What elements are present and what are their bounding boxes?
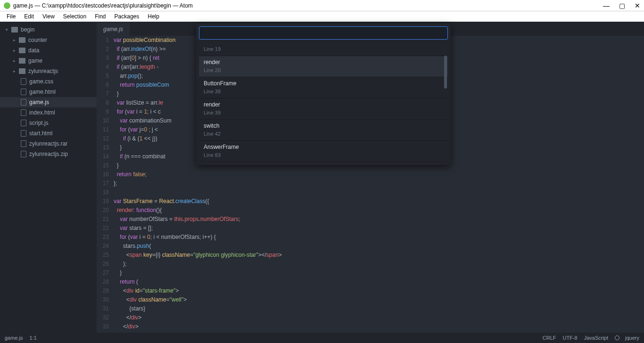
file-icon (21, 78, 26, 85)
palette-input[interactable] (199, 26, 448, 40)
window-title: game.js — C:\xampp\htdocs\testcodes\reac… (13, 2, 193, 9)
menu-selection[interactable]: Selection (59, 12, 90, 21)
palette-item-line: Line 39 (204, 110, 443, 115)
chevron-right-icon: ▸ (13, 69, 18, 74)
maximize-button[interactable]: ▢ (619, 2, 625, 9)
status-eol[interactable]: CRLF (543, 335, 556, 341)
palette-item[interactable]: renderLine 20 (199, 56, 448, 77)
status-branch[interactable]: jquery (625, 335, 639, 341)
file-icon (21, 120, 26, 126)
tree-file[interactable]: zylunreactjs.zip (0, 149, 97, 159)
tree-file[interactable]: game.html (0, 87, 97, 97)
tree-file-selected[interactable]: game.js (0, 97, 97, 107)
palette-item-name: render (204, 101, 443, 108)
palette-item[interactable]: renderLine 39 (199, 98, 448, 120)
status-encoding[interactable]: UTF-8 (563, 335, 578, 341)
tab-active[interactable]: game.js (97, 23, 130, 36)
file-icon (21, 89, 26, 95)
menu-file[interactable]: File (3, 12, 19, 21)
close-button[interactable]: ✕ (635, 2, 640, 9)
folder-icon (19, 37, 25, 43)
app-icon (4, 2, 10, 9)
minimize-button[interactable]: — (603, 2, 610, 9)
palette-list: Line 19renderLine 20ButtonFrameLine 38re… (199, 41, 448, 162)
folder-icon (19, 68, 25, 74)
palette-item-line: Line 38 (204, 89, 443, 94)
menu-bar: File Edit View Selection Find Packages H… (0, 11, 644, 22)
palette-item-name: switch (204, 122, 443, 129)
tree-folder[interactable]: ▸game (0, 56, 97, 66)
tree-file[interactable]: start.html (0, 128, 97, 139)
palette-item-name: render (204, 59, 443, 65)
menu-edit[interactable]: Edit (20, 12, 38, 21)
palette-item[interactable]: switchLine 42 (199, 120, 448, 141)
palette-item[interactable]: AnswerFrameLine 83 (199, 141, 448, 162)
palette-item-name: AnswerFrame (204, 144, 443, 150)
file-tree: ▾begin ▸counter ▸data ▸game ▸zylunreactj… (0, 22, 97, 333)
chevron-right-icon: ▸ (13, 58, 18, 63)
window-controls: — ▢ ✕ (603, 2, 640, 9)
menu-view[interactable]: View (39, 12, 58, 21)
tree-file[interactable]: game.css (0, 76, 97, 87)
menu-help[interactable]: Help (144, 12, 163, 21)
menu-packages[interactable]: Packages (111, 12, 143, 21)
palette-item-line: Line 20 (204, 67, 443, 73)
tree-folder[interactable]: ▸data (0, 45, 97, 56)
palette-item-line: Line 42 (204, 131, 443, 137)
status-cursor[interactable]: 1:1 (30, 335, 37, 341)
menu-find[interactable]: Find (91, 12, 109, 21)
chevron-right-icon: ▸ (13, 48, 18, 53)
title-bar: game.js — C:\xampp\htdocs\testcodes\reac… (0, 0, 644, 11)
command-palette: Line 19renderLine 20ButtonFrameLine 38re… (196, 24, 451, 165)
git-branch-icon (615, 335, 619, 340)
tree-file[interactable]: index.html (0, 107, 97, 118)
palette-item-line: Line 19 (204, 46, 443, 52)
tree-folder[interactable]: ▸counter (0, 35, 97, 45)
chevron-down-icon: ▾ (6, 27, 10, 32)
file-icon (21, 151, 26, 157)
status-bar: game.js 1:1 CRLF UTF-8 JavaScript jquery (0, 333, 644, 343)
status-file[interactable]: game.js (5, 335, 23, 341)
palette-item-line: Line 83 (204, 152, 443, 158)
folder-icon (19, 58, 25, 64)
folder-icon (19, 48, 25, 53)
tree-folder[interactable]: ▸zylunreactjs (0, 66, 97, 76)
scrollbar-thumb[interactable] (444, 56, 447, 89)
file-icon (21, 140, 26, 147)
palette-item[interactable]: ButtonFrameLine 38 (199, 77, 448, 98)
palette-item-name: ButtonFrame (204, 80, 443, 87)
tree-file[interactable]: zylunreactjs.rar (0, 139, 97, 149)
tree-root[interactable]: ▾begin (0, 24, 97, 35)
file-icon (21, 130, 26, 137)
file-icon (21, 109, 26, 116)
line-gutter: 1234567891011121314151617181920212223242… (97, 36, 114, 333)
folder-icon (11, 27, 18, 33)
chevron-right-icon: ▸ (13, 38, 18, 42)
status-language[interactable]: JavaScript (584, 335, 608, 341)
palette-item[interactable]: Line 19 (199, 41, 448, 56)
file-icon (21, 99, 26, 106)
tree-file[interactable]: script.js (0, 118, 97, 128)
